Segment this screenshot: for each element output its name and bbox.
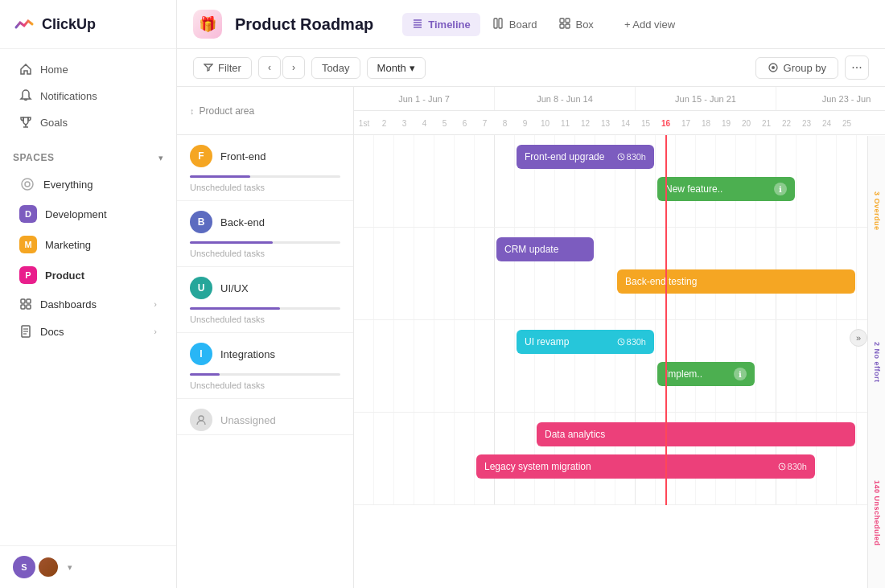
spaces-label: Spaces xyxy=(13,152,54,163)
backend-progress-fill xyxy=(190,241,273,244)
task-bar-backend-0[interactable]: CRM update xyxy=(496,237,594,261)
home-label: Home xyxy=(40,64,68,76)
tab-box[interactable]: Box xyxy=(550,13,603,36)
goals-label: Goals xyxy=(40,117,68,129)
footer-chevron-icon[interactable]: ▾ xyxy=(68,562,72,573)
product-label: Product xyxy=(45,269,84,282)
dashboards-icon xyxy=(19,298,32,310)
sidebar-item-development[interactable]: D Development xyxy=(6,199,170,228)
sidebar-item-notifications[interactable]: Notifications xyxy=(6,83,170,109)
svg-point-3 xyxy=(25,182,30,187)
day-label-15: 15 xyxy=(636,111,656,135)
svg-point-2 xyxy=(22,179,33,190)
backend-avatar: B xyxy=(190,211,212,233)
development-label: Development xyxy=(45,208,107,220)
task-label: Front-end upgrade xyxy=(525,151,612,162)
grid-cell xyxy=(414,413,434,504)
grid-row-uiux: UI revamp830hImplem..ℹ xyxy=(354,320,885,413)
tab-timeline[interactable]: Timeline xyxy=(402,13,480,36)
sidebar-item-dashboards[interactable]: Dashboards › xyxy=(6,291,170,317)
grid-cell xyxy=(817,135,837,227)
timeline-container: ↕ Product area F Front-end Unscheduled t… xyxy=(177,87,885,588)
integrations-progress-bar xyxy=(190,373,340,376)
toolbar: Filter ‹ › Today Month ▾ Group by ··· xyxy=(177,49,885,87)
filter-button[interactable]: Filter xyxy=(193,57,252,79)
grid-cell xyxy=(455,320,475,412)
box-tab-icon xyxy=(559,18,570,31)
grid-rows: Front-end upgrade830hNew feature..ℹCRM u… xyxy=(354,135,885,505)
task-info-dot[interactable]: ℹ xyxy=(774,183,787,195)
unscheduled-count-label[interactable]: 140 Unscheduled xyxy=(868,438,885,588)
spaces-chevron-icon[interactable]: ▾ xyxy=(158,153,163,163)
svg-point-23 xyxy=(772,66,775,69)
grid-cell xyxy=(434,135,455,227)
row-group-integrations: I Integrations Unscheduled tasks xyxy=(177,333,353,399)
svg-line-33 xyxy=(782,467,784,467)
marketing-label: Marketing xyxy=(45,239,91,251)
more-options-button[interactable]: ··· xyxy=(845,56,869,80)
sidebar: ClickUp Home Notifications Goals xyxy=(0,0,177,588)
next-button[interactable]: › xyxy=(282,56,305,79)
integrations-name: Integrations xyxy=(220,348,275,360)
collapse-side-button[interactable]: » xyxy=(850,329,867,347)
day-label-5: 5 xyxy=(434,111,455,135)
grid-cell xyxy=(414,228,434,319)
grid-cell xyxy=(796,135,817,227)
task-bar-uiux-1[interactable]: Implem..ℹ xyxy=(657,362,755,386)
prev-button[interactable]: ‹ xyxy=(258,56,281,79)
dashboards-chevron-icon: › xyxy=(154,299,157,309)
week-4: Jun 23 - Jun xyxy=(776,87,885,110)
notifications-label: Notifications xyxy=(40,90,97,102)
grid-cell xyxy=(434,413,455,504)
unassigned-name: Unassigned xyxy=(220,414,276,426)
day-label-1st: 1st xyxy=(354,111,374,135)
grid-cell xyxy=(394,413,414,504)
uiux-avatar: U xyxy=(190,277,212,299)
grid-cell xyxy=(374,228,394,319)
month-button[interactable]: Month ▾ xyxy=(367,57,426,79)
row-group-backend: B Back-end Unscheduled tasks xyxy=(177,201,353,267)
sidebar-item-home[interactable]: Home xyxy=(6,56,170,82)
integrations-unscheduled: Unscheduled tasks xyxy=(177,379,353,398)
sidebar-item-goals[interactable]: Goals xyxy=(6,109,170,135)
task-label: Legacy system migration xyxy=(484,461,773,472)
product-badge: P xyxy=(19,266,37,284)
today-button[interactable]: Today xyxy=(311,57,360,79)
group-by-button[interactable]: Group by xyxy=(755,57,838,79)
day-label-24: 24 xyxy=(817,111,837,135)
filter-icon xyxy=(204,63,213,72)
tab-board[interactable]: Board xyxy=(484,13,547,36)
spaces-section-header: Spaces ▾ xyxy=(0,146,176,170)
overdue-label[interactable]: 3 Overdue xyxy=(868,136,885,286)
uiux-progress-fill xyxy=(190,307,280,310)
task-label: Implem.. xyxy=(665,368,729,380)
sidebar-item-product[interactable]: P Product xyxy=(6,261,170,290)
sidebar-item-everything[interactable]: Everything xyxy=(6,171,170,198)
task-bar-integrations-1[interactable]: Legacy system migration830h xyxy=(476,454,815,479)
task-bar-backend-1[interactable]: Back-end testing xyxy=(617,269,855,294)
top-header: 🎁 Product Roadmap Timeline xyxy=(177,0,885,49)
grid-cell xyxy=(394,135,414,227)
day-label-9: 9 xyxy=(515,111,535,135)
day-label-3: 3 xyxy=(394,111,414,135)
task-hours: 830h xyxy=(778,462,807,471)
task-info-dot[interactable]: ℹ xyxy=(734,368,747,380)
add-view-button[interactable]: + Add view xyxy=(616,14,683,35)
week-labels: Jun 1 - Jun 7 Jun 8 - Jun 14 Jun 15 - Ju… xyxy=(354,87,885,111)
sidebar-item-docs[interactable]: Docs › xyxy=(6,319,170,344)
task-bar-integrations-0[interactable]: Data analytics xyxy=(537,422,855,446)
day-label-14: 14 xyxy=(615,111,636,135)
day-label-17: 17 xyxy=(676,111,696,135)
task-bar-frontend-1[interactable]: New feature..ℹ xyxy=(657,177,795,201)
sidebar-item-marketing[interactable]: M Marketing xyxy=(6,230,170,259)
home-icon xyxy=(19,63,32,76)
task-bar-frontend-0[interactable]: Front-end upgrade830h xyxy=(517,145,654,169)
svg-rect-19 xyxy=(566,19,570,23)
marketing-badge: M xyxy=(19,236,37,253)
grid-cell xyxy=(837,135,857,227)
filter-label: Filter xyxy=(218,62,241,74)
trophy-icon xyxy=(19,116,32,129)
integrations-progress-fill xyxy=(190,373,220,376)
task-bar-uiux-0[interactable]: UI revamp830h xyxy=(517,330,654,354)
no-effort-label[interactable]: 2 No effort xyxy=(868,286,885,437)
